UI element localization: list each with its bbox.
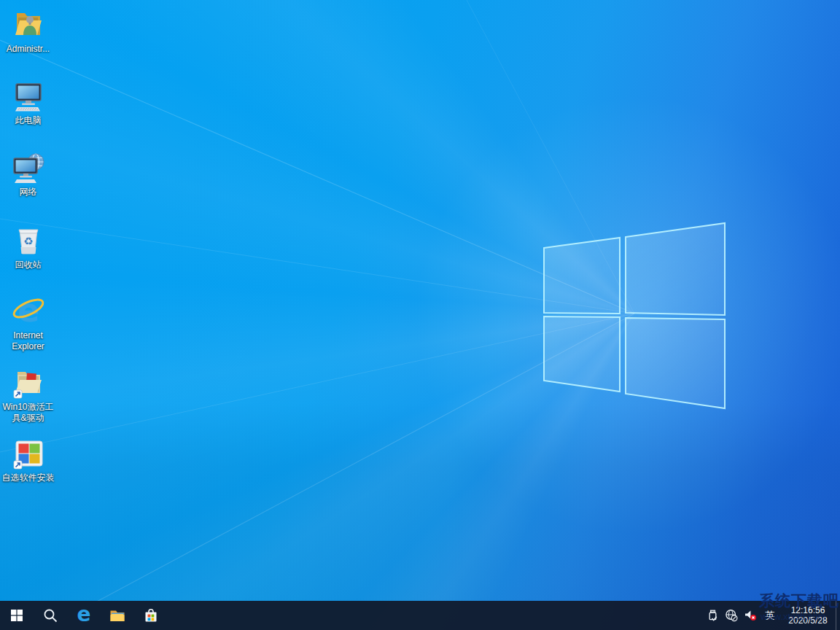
system-tray: 英 12:16:56 2020/5/28 [703, 601, 840, 630]
desktop-icon-internet-explorer[interactable]: e Internet Explorer [1, 294, 55, 352]
desktop-icon-software-install[interactable]: 自选软件安装 [1, 436, 55, 483]
input-language-indicator[interactable]: 英 [760, 601, 780, 630]
clock-date: 2020/5/28 [788, 615, 827, 626]
desktop-icon-label: 自选软件安装 [2, 472, 55, 483]
desktop-icon-label: 回收站 [15, 260, 42, 271]
edge-button[interactable]: e [67, 601, 101, 630]
speaker-muted-icon [744, 609, 757, 622]
usb-icon [707, 610, 719, 622]
activation-folder-shortcut-icon: 驱 [11, 365, 46, 400]
wallpaper-windows-logo [0, 0, 840, 630]
start-button[interactable] [0, 601, 34, 630]
network-status-tray-button[interactable] [722, 601, 741, 630]
search-icon [42, 607, 58, 623]
svg-text:e: e [77, 606, 91, 625]
clock[interactable]: 12:16:56 2020/5/28 [780, 601, 836, 630]
taskbar: e [0, 601, 840, 630]
this-pc-icon [11, 79, 46, 114]
store-icon [142, 607, 160, 624]
globe-offline-icon [725, 609, 738, 622]
user-folder-icon [11, 7, 46, 42]
folder-icon [109, 607, 126, 624]
desktop-icon-label: Win10激活工具&驱动 [1, 402, 55, 424]
windows-desktop: Administr... 此电脑 [0, 0, 840, 630]
usb-device-tray-button[interactable] [703, 601, 722, 630]
taskbar-left: e [0, 601, 168, 630]
internet-explorer-icon: e [11, 294, 46, 329]
desktop-icon-label: Administr... [7, 44, 50, 55]
desktop-icon-label: 网络 [20, 187, 37, 198]
file-explorer-button[interactable] [101, 601, 134, 630]
windows-logo-icon [10, 609, 23, 622]
desktop-icon-this-pc[interactable]: 此电脑 [1, 79, 55, 126]
desktop-icon-label: 此电脑 [15, 115, 42, 126]
desktop-icon-label: Internet Explorer [1, 330, 55, 352]
desktop-icon-recycle-bin[interactable]: ♻ 回收站 [1, 223, 55, 271]
recycle-bin-icon: ♻ [11, 223, 46, 258]
network-icon [11, 150, 46, 185]
taskbar-empty-area[interactable] [168, 601, 703, 630]
desktop-icon-network[interactable]: 网络 [1, 150, 55, 198]
store-button[interactable] [134, 601, 168, 630]
svg-text:♻: ♻ [23, 235, 33, 248]
desktop-icon-win10-activation[interactable]: 驱 Win10激活工具&驱动 [1, 365, 55, 424]
edge-icon: e [74, 606, 93, 625]
volume-tray-button[interactable] [741, 601, 760, 630]
show-desktop-button[interactable] [836, 601, 840, 630]
search-button[interactable] [34, 601, 67, 630]
software-install-shortcut-icon [11, 436, 46, 471]
desktop-icon-administrator[interactable]: Administr... [1, 7, 55, 55]
clock-time: 12:16:56 [791, 605, 825, 615]
